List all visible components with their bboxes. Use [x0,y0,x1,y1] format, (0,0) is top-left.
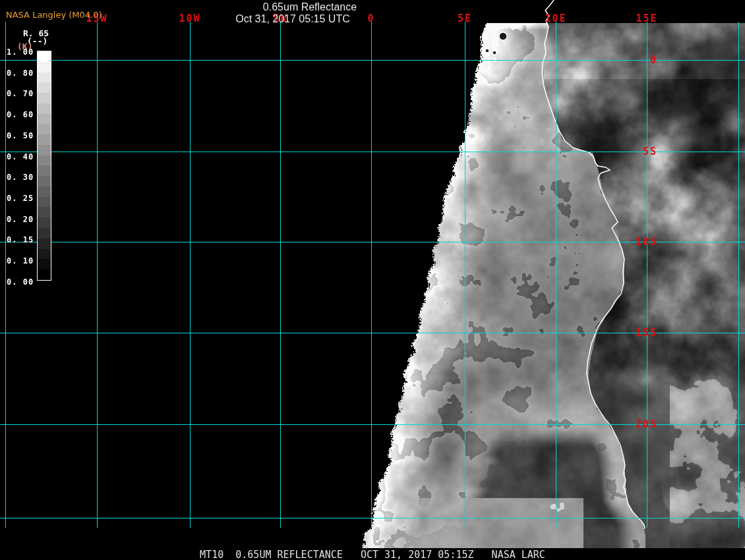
colorbar-step [38,197,51,208]
colorbar-step [38,103,51,114]
footer-bar: MT10 0.65UM REFLECTANCE OCT 31, 2017 05:… [0,548,745,560]
footer-text: MT10 0.65UM REFLECTANCE OCT 31, 2017 05:… [200,549,545,560]
colorbar-tick-label: 0. 20 [7,215,33,223]
colorbar-tick-label: 0. 10 [7,257,33,265]
colorbar-step [38,124,51,134]
colorbar-tick-label: 0. 40 [7,153,33,161]
colorbar-step [38,72,51,83]
colorbar-step [38,238,51,249]
colorbar-tick-label: 0. 30 [7,173,33,181]
colorbar-step [38,165,51,176]
colorbar-step [38,207,51,217]
colorbar-tick-label: 0. 80 [7,69,33,77]
colorbar-step [38,51,51,62]
colorbar-tick-label: 0. 70 [7,90,33,98]
colorbar-tick-label: 0. 50 [7,132,33,140]
colorbar-bar [37,51,51,281]
colorbar-tick-label: 0. 25 [7,194,33,202]
colorbar-step [38,145,51,155]
colorbar-step [38,176,51,186]
colorbar-tick-label: 1. 00 [7,48,33,56]
colorbar-step [38,186,51,197]
colorbar-step [38,114,51,125]
colorbar-step [38,217,51,228]
colorbar-tick-label: 0. 00 [7,278,33,286]
colorbar-step [38,82,51,93]
colorbar-step [38,134,51,145]
colorbar-step [38,62,51,72]
colorbar-step [38,155,51,166]
satellite-viewer: 05S10S15S20S15W10W5W05E10E15E R. 65 (--)… [0,0,745,560]
colorbar: R. 65 (--) (K) 1. 000. 800. 700. 600. 50… [0,25,73,289]
colorbar-tick-label: 0. 15 [7,236,33,244]
colorbar-step [38,259,51,269]
colorbar-step [38,93,51,103]
colorbar-step [38,269,51,280]
colorbar-step [38,249,51,260]
satellite-image [0,0,745,560]
colorbar-tick-label: 0. 60 [7,111,33,119]
colorbar-step [38,228,51,238]
